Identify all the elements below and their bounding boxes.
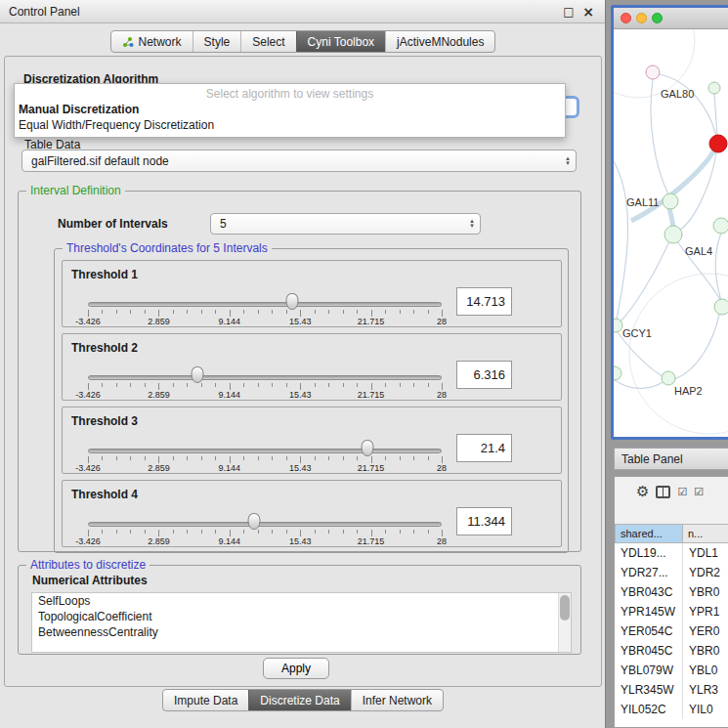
table-cell[interactable]: YDR27...	[615, 563, 683, 582]
table-cell[interactable]: YBR0	[683, 641, 728, 661]
threshold-1-slider[interactable]: -3.4262.8599.14415.4321.71528	[88, 261, 442, 328]
table-cell[interactable]: YIL052C	[615, 700, 683, 719]
table-cell[interactable]: YBR043C	[615, 582, 683, 602]
slider-thumb[interactable]	[192, 366, 204, 383]
slider-track[interactable]	[88, 522, 442, 527]
table-cell[interactable]: YER054C	[615, 621, 683, 641]
table-cell[interactable]: YLR3	[683, 680, 728, 700]
dropdown-option-equal-width[interactable]: Equal Width/Frequency Discretization	[15, 117, 565, 133]
tab-discretize-data[interactable]: Discretize Data	[248, 690, 350, 710]
threshold-3-slider[interactable]: -3.4262.8599.14415.4321.71528	[88, 407, 442, 475]
slider-thumb[interactable]	[248, 513, 261, 530]
slider-tick	[230, 530, 231, 536]
table-row[interactable]: YBL079WYBL0	[615, 661, 728, 680]
selected-node[interactable]	[709, 135, 727, 152]
threshold-2-value[interactable]: 6.316	[456, 361, 512, 389]
table-cell[interactable]: YBL079W	[615, 661, 683, 680]
slider-track[interactable]	[88, 302, 442, 307]
node-label[interactable]: GCY1	[622, 327, 652, 339]
mac-zoom-button[interactable]	[652, 13, 663, 23]
number-of-intervals-value: 5	[211, 217, 464, 231]
tab-jactivemnodules[interactable]: jActiveMNodules	[385, 31, 494, 52]
network-node[interactable]	[614, 366, 621, 380]
checkbox-select-icon[interactable]: ☑	[677, 487, 687, 497]
number-of-intervals-combobox[interactable]: 5 ▴ ▾	[210, 213, 481, 235]
slider-scale-label: 9.144	[219, 536, 241, 546]
threshold-4-slider[interactable]: -3.4262.8599.14415.4321.71528	[88, 481, 442, 548]
table-data-combobox[interactable]: galFiltered.sif default node ▴ ▾	[21, 150, 577, 172]
table-cell[interactable]: YER0	[683, 621, 728, 641]
network-node[interactable]	[664, 226, 682, 243]
mac-minimize-button[interactable]	[636, 13, 647, 23]
table-row[interactable]: YPR145WYPR1	[615, 602, 728, 621]
mac-close-button[interactable]	[621, 13, 631, 23]
network-node[interactable]	[614, 319, 622, 332]
checkbox-filter-icon[interactable]: ☑	[694, 487, 704, 497]
slider-scale-label: 28	[437, 317, 447, 326]
table-cell[interactable]: YDL1	[683, 543, 728, 563]
tab-impute-data[interactable]: Impute Data	[163, 690, 248, 710]
list-scrollbar[interactable]	[558, 593, 571, 652]
table-row[interactable]: YDR27...YDR2	[615, 563, 728, 582]
table-row[interactable]: YBR045CYBR0	[615, 641, 728, 661]
table-cell[interactable]: YLR345W	[615, 680, 683, 700]
table-cell[interactable]: YIL0	[683, 700, 728, 719]
slider-track[interactable]	[88, 449, 442, 453]
table-cell[interactable]: YBR0	[683, 582, 728, 602]
attribute-list[interactable]: SelfLoopsTopologicalCoefficientBetweenne…	[31, 592, 572, 653]
slider-tick	[413, 310, 414, 314]
dropdown-placeholder-item[interactable]: Select algorithm to view settings	[15, 86, 565, 102]
network-node[interactable]	[714, 299, 728, 315]
network-node[interactable]	[663, 193, 678, 209]
column-header-shared-name[interactable]: shared...	[615, 524, 683, 543]
attribute-item[interactable]: TopologicalCoefficient	[32, 609, 557, 624]
column-header-name[interactable]: n...	[683, 524, 728, 543]
node-label[interactable]: GAL11	[626, 196, 659, 208]
dropdown-option-manual-discretization[interactable]: Manual Discretization	[15, 102, 565, 117]
tab-style[interactable]: Style	[193, 31, 241, 52]
table-row[interactable]: YLR345WYLR3	[615, 680, 728, 700]
slider-track[interactable]	[88, 375, 442, 380]
table-row[interactable]: YER054CYER0	[615, 621, 728, 641]
threshold-3-value[interactable]: 21.4	[456, 434, 512, 462]
node-label[interactable]: GAL4	[685, 245, 712, 257]
tab-select[interactable]: Select	[240, 31, 295, 52]
gear-icon[interactable]: ⚙	[636, 485, 649, 499]
table-cell[interactable]: YPR145W	[615, 602, 683, 621]
tab-cyni-toolbox[interactable]: Cyni Toolbox	[296, 31, 385, 52]
table-cell[interactable]: YBL0	[683, 661, 728, 680]
slider-tick	[300, 310, 301, 317]
threshold-1-value[interactable]: 14.713	[456, 287, 512, 316]
node-label[interactable]: HAP2	[674, 385, 703, 397]
network-node[interactable]	[708, 82, 720, 94]
scrollbar-thumb[interactable]	[560, 595, 570, 621]
float-window-icon[interactable]: □	[561, 5, 577, 19]
slider-tick	[400, 530, 401, 534]
table-row[interactable]: YBR043CYBR0	[615, 582, 728, 602]
slider-thumb[interactable]	[285, 293, 298, 310]
network-node[interactable]	[646, 65, 660, 79]
close-icon[interactable]: ×	[580, 4, 596, 20]
tab-infer-network[interactable]: Infer Network	[351, 690, 443, 710]
threshold-4-value[interactable]: 11.344	[456, 507, 512, 535]
node-label[interactable]: GAL80	[661, 88, 694, 100]
attribute-item[interactable]: BetweennessCentrality	[32, 624, 557, 640]
attribute-item[interactable]: SelfLoops	[32, 593, 557, 609]
slider-thumb[interactable]	[361, 440, 373, 456]
table-cell[interactable]: YPR1	[683, 602, 728, 621]
network-node[interactable]	[713, 218, 728, 234]
slider-tick	[413, 456, 414, 460]
columns-icon[interactable]	[656, 486, 670, 498]
threshold-2-slider[interactable]: -3.4262.8599.14415.4321.71528	[88, 334, 442, 402]
slider-tick	[371, 383, 372, 390]
table-row[interactable]: YIL052CYIL0	[615, 700, 728, 719]
table-cell[interactable]: YBR045C	[615, 641, 683, 661]
network-node[interactable]	[662, 371, 675, 385]
table-row[interactable]: YDL19...YDL1	[615, 543, 728, 563]
apply-button[interactable]: Apply	[263, 658, 329, 679]
network-canvas[interactable]: GAL80 GAL11 GAL4 GCY1 HAP2	[614, 29, 728, 440]
table-cell[interactable]: YDR2	[683, 563, 728, 582]
slider-tick	[145, 383, 146, 387]
tab-network[interactable]: Network	[111, 31, 193, 52]
table-cell[interactable]: YDL19...	[615, 543, 683, 563]
